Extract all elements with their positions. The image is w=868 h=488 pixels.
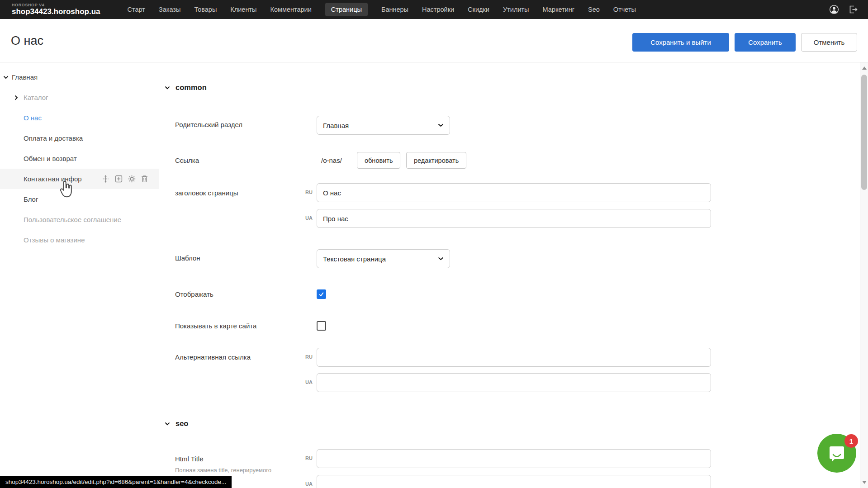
nav-item-clients[interactable]: Клиенты (230, 6, 256, 13)
parent-section-select[interactable]: Главная (317, 116, 450, 135)
sidebar-item-label: Оплата и доставка (24, 134, 83, 142)
alt-link-ru-input[interactable] (317, 348, 711, 367)
chevron-down-icon (438, 123, 444, 127)
check-icon (318, 291, 325, 298)
add-icon[interactable] (115, 175, 123, 183)
nav-item-orders[interactable]: Заказы (159, 6, 180, 13)
nav-item-discounts[interactable]: Скидки (468, 6, 489, 13)
sidebar-item-kontaktnaya-infor[interactable]: Контактная инфор (0, 169, 159, 189)
logout-icon[interactable] (848, 5, 858, 14)
sidebar-item-label: Каталог (24, 94, 48, 101)
chevron-down-icon (165, 86, 170, 90)
link-preview-statusbar: shop34423.horoshop.ua/edit/edit.php?id=6… (0, 476, 232, 488)
sitemap-checkbox[interactable] (317, 321, 326, 331)
delete-icon[interactable] (141, 175, 148, 183)
nav-item-banners[interactable]: Баннеры (381, 6, 408, 13)
save-and-exit-button[interactable]: Сохранить и выйти (632, 33, 729, 52)
scroll-up-arrow-icon[interactable] (862, 66, 867, 70)
logo-domain: shop34423.horoshop.ua (12, 8, 100, 16)
chat-bubble-icon (827, 444, 846, 463)
lang-badge-ru: RU (300, 354, 313, 360)
scroll-down-arrow-icon[interactable] (862, 481, 867, 484)
nav-item-reports[interactable]: Отчеты (613, 6, 636, 13)
link-value: /o-nas/ (321, 156, 342, 164)
chevron-right-icon[interactable] (14, 95, 18, 100)
page-title-label: заголовок страницы (175, 189, 238, 197)
sidebar-item-label: О нас (24, 114, 42, 122)
save-button[interactable]: Сохранить (735, 33, 796, 52)
html-title-hint: Полная замена title, генерируемого (175, 467, 271, 474)
chevron-down-icon[interactable] (3, 76, 9, 79)
html-title-label: Html Title (175, 455, 204, 463)
lang-badge-ru: RU (300, 190, 313, 195)
sidebar-item-label: Контактная инфор (24, 175, 82, 183)
section-seo-toggle[interactable]: seo (165, 419, 188, 428)
sidebar-item-label: Блог (24, 195, 38, 203)
sidebar-item-polzovatelskoe-soglashenie[interactable]: Пользовательское соглашение (0, 209, 159, 230)
header-buttons: Сохранить и выйти Сохранить Отменить (632, 33, 857, 52)
row-action-icons (102, 169, 148, 189)
cancel-button[interactable]: Отменить (801, 33, 857, 52)
page-header: О нас Сохранить и выйти Сохранить Отмени… (0, 19, 868, 62)
content: Главная Каталог О нас Оплата и доставка … (0, 62, 868, 488)
section-common-toggle[interactable]: common (165, 83, 207, 92)
sidebar-item-label: Отзывы о магазине (24, 236, 85, 244)
chat-unread-badge[interactable]: 1 (844, 434, 858, 448)
logo[interactable]: HOROSHOP V4 shop34423.horoshop.ua (12, 3, 100, 16)
page-title: О нас (11, 33, 43, 47)
display-label: Отображать (175, 290, 213, 298)
alt-link-ua-input[interactable] (317, 373, 711, 392)
page-title-ua-input[interactable] (317, 209, 711, 228)
lang-badge-ru: RU (300, 455, 313, 461)
section-title: seo (175, 419, 188, 428)
nav-item-marketing[interactable]: Маркетинг (543, 6, 575, 13)
link-label: Ссылка (175, 156, 199, 164)
pages-tree-sidebar: Главная Каталог О нас Оплата и доставка … (0, 62, 159, 488)
nav-item-products[interactable]: Товары (194, 6, 217, 13)
template-label: Шаблон (175, 254, 200, 262)
nav-item-settings[interactable]: Настройки (422, 6, 454, 13)
chevron-down-icon (165, 422, 170, 426)
nav-item-utilities[interactable]: Утилиты (503, 6, 529, 13)
sidebar-item-o-nas[interactable]: О нас (0, 108, 159, 128)
gear-icon[interactable] (128, 175, 136, 183)
lang-badge-ua: UA (300, 379, 313, 385)
alt-link-label: Альтернативная ссылка (175, 353, 251, 361)
select-value: Главная (323, 122, 349, 129)
parent-section-label: Родительский раздел (175, 121, 242, 128)
top-navigation: Старт Заказы Товары Клиенты Комментарии … (128, 3, 636, 16)
sidebar-item-label: Пользовательское соглашение (24, 216, 121, 223)
page-title-ru-input[interactable] (317, 183, 711, 202)
sidebar-item-label: Главная (12, 73, 38, 81)
status-url: shop34423.horoshop.ua/edit/edit.php?id=6… (5, 479, 226, 485)
select-value: Текстовая страница (323, 255, 386, 263)
display-checkbox[interactable] (317, 289, 326, 299)
sidebar-item-otzyvy-o-magazine[interactable]: Отзывы о магазине (0, 230, 159, 250)
sidebar-item-oplata-dostavka[interactable]: Оплата и доставка (0, 128, 159, 148)
sidebar-item-glavnaya[interactable]: Главная (0, 67, 159, 87)
template-select[interactable]: Текстовая страница (317, 249, 450, 268)
nav-item-seo[interactable]: Seo (588, 6, 600, 13)
sidebar-item-obmen-vozvrat[interactable]: Обмен и возврат (0, 148, 159, 169)
sitemap-label: Показывать в карте сайта (175, 322, 256, 330)
nav-item-pages[interactable]: Страницы (325, 3, 368, 16)
link-edit-button[interactable]: редактировать (406, 152, 466, 169)
section-title: common (175, 83, 207, 92)
sidebar-item-katalog[interactable]: Каталог (0, 87, 159, 108)
html-title-ua-input[interactable] (317, 475, 711, 488)
move-icon[interactable] (102, 175, 109, 183)
lang-badge-ua: UA (300, 215, 313, 221)
link-update-button[interactable]: обновить (357, 152, 400, 169)
lang-badge-ua: UA (300, 481, 313, 487)
vertical-scrollbar[interactable] (860, 62, 868, 488)
topbar: HOROSHOP V4 shop34423.horoshop.ua Старт … (0, 0, 868, 19)
account-icon[interactable] (829, 5, 839, 14)
sidebar-item-blog[interactable]: Блог (0, 189, 159, 209)
nav-item-comments[interactable]: Комментарии (270, 6, 311, 13)
scrollbar-thumb[interactable] (861, 75, 867, 190)
chevron-down-icon (438, 257, 444, 261)
nav-item-start[interactable]: Старт (128, 6, 145, 13)
sidebar-item-label: Обмен и возврат (24, 155, 77, 162)
topbar-right (829, 5, 858, 14)
html-title-ru-input[interactable] (317, 449, 711, 468)
